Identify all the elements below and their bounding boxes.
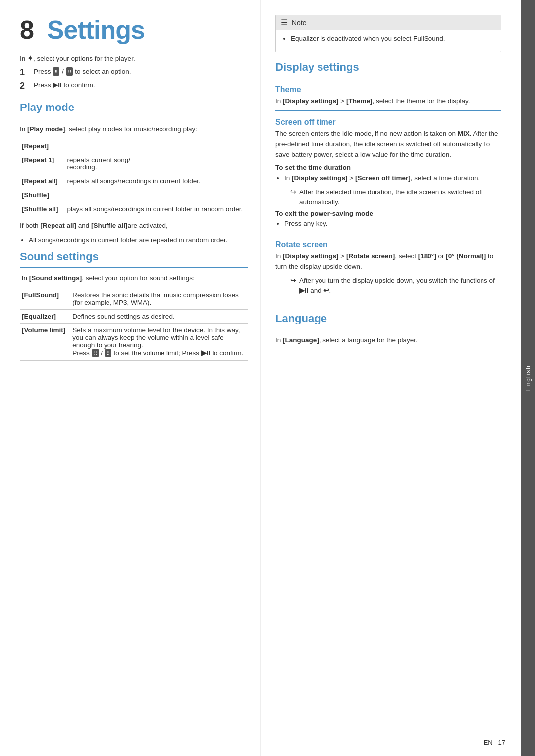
rotate-screen-header: Rotate screen — [275, 240, 501, 249]
shuffle-header: [Shuffle] — [20, 188, 248, 202]
repeat-all-value: repeats all songs/recordings in current … — [65, 174, 248, 188]
volume-limit-value: Sets a maximum volume level for the devi… — [70, 324, 248, 361]
screen-off-timer-text: The screen enters the idle mode, if no n… — [275, 129, 501, 160]
sound-settings-table: [FullSound] Restores the sonic details t… — [20, 288, 248, 361]
step-2-num: 2 — [20, 81, 31, 91]
play-mode-description: In [Play mode], select play modes for mu… — [20, 124, 248, 135]
theme-subsection: Theme In [Display settings] > [Theme], s… — [275, 85, 501, 107]
screen-off-timer-header: Screen off timer — [275, 118, 501, 127]
side-tab-label: English — [525, 365, 532, 391]
to-exit-label: To exit the power-saving mode — [275, 210, 501, 217]
theme-header: Theme — [275, 85, 501, 94]
table-row: [Volume limit] Sets a maximum volume lev… — [20, 324, 248, 361]
play-mode-header: Play mode — [20, 101, 248, 114]
list-item: After the selected time duration, the id… — [290, 187, 501, 208]
repeat1-key: [Repeat 1] — [20, 153, 65, 174]
list-item: All songs/recordings in current folder a… — [29, 235, 248, 245]
left-column: 8 Settings In ✦, select your options for… — [0, 0, 261, 756]
note-icon: ☰ — [281, 18, 288, 27]
display-settings-header: Display settings — [275, 61, 501, 74]
page-number-label: EN 17 — [484, 739, 505, 746]
rotate-screen-divider — [275, 233, 501, 233]
table-row: [Repeat 1] repeats current song/recordin… — [20, 153, 248, 174]
list-item: Equalizer is deactivated when you select… — [291, 34, 495, 44]
rotate-screen-text: In [Display settings] > [Rotate screen],… — [275, 251, 501, 272]
language-text: In [Language], select a language for the… — [275, 335, 501, 346]
page-title-text: Settings — [47, 15, 145, 44]
repeat1-value: repeats current song/recording. — [65, 153, 248, 174]
theme-text: In [Display settings] > [Theme], select … — [275, 96, 501, 107]
repeat-header: [Repeat] — [20, 139, 248, 153]
intro-text: In ✦, select your options for the player… — [20, 54, 248, 62]
table-row: [Equalizer] Defines sound settings as de… — [20, 310, 248, 324]
steps: 1 Press / to select an option. 2 Press ▶… — [20, 67, 248, 91]
sound-settings-divider — [20, 267, 248, 268]
equalizer-value: Defines sound settings as desired. — [70, 310, 248, 324]
shuffle-all-key: [Shuffle all] — [20, 202, 65, 216]
volume-limit-key: [Volume limit] — [20, 324, 70, 361]
fullsound-value: Restores the sonic details that music co… — [70, 288, 248, 310]
page-title: 8 Settings — [20, 15, 248, 45]
to-exit-bullets: Press any key. — [284, 219, 501, 229]
to-set-sub-bullets: After the selected time duration, the id… — [290, 187, 501, 208]
display-settings-section: Display settings Theme In [Display setti… — [275, 61, 501, 346]
sound-settings-description: In [Sound settings], select your option … — [20, 273, 248, 284]
play-mode-note: If both [Repeat all] and [Shuffle all]ar… — [20, 221, 248, 231]
note-header: ☰ Note — [276, 15, 501, 30]
table-row: [Shuffle] — [20, 188, 248, 202]
language-divider — [275, 306, 501, 306]
play-mode-section: Play mode In [Play mode], select play mo… — [20, 101, 248, 245]
step-1-text: Press / to select an option. — [34, 67, 131, 76]
to-set-label: To set the time duration — [275, 164, 501, 171]
page-num-value: 17 — [498, 739, 505, 746]
list-item: Press any key. — [284, 219, 501, 229]
step-2-text: Press ▶II to confirm. — [34, 81, 95, 89]
note-bullets: Equalizer is deactivated when you select… — [291, 34, 495, 44]
side-tab: English — [521, 0, 535, 756]
note-box: ☰ Note Equalizer is deactivated when you… — [275, 15, 501, 52]
step-2-row: 2 Press ▶II to confirm. — [20, 81, 248, 91]
right-column: ☰ Note Equalizer is deactivated when you… — [261, 0, 521, 756]
table-row: [Repeat] — [20, 139, 248, 153]
en-label: EN — [484, 739, 493, 746]
shuffle-all-value: plays all songs/recordings in current fo… — [65, 202, 248, 216]
step-1-num: 1 — [20, 67, 31, 78]
rotate-screen-sub: After you turn the display upside down, … — [290, 276, 501, 296]
note-content: Equalizer is deactivated when you select… — [276, 30, 501, 52]
rotate-screen-subsection: Rotate screen In [Display settings] > [R… — [275, 240, 501, 296]
play-mode-bullets: All songs/recordings in current folder a… — [29, 235, 248, 245]
table-row: [Shuffle all] plays all songs/recordings… — [20, 202, 248, 216]
language-section: Language In [Language], select a languag… — [275, 312, 501, 346]
screen-off-timer-subsection: Screen off timer The screen enters the i… — [275, 118, 501, 229]
display-settings-divider — [275, 78, 501, 78]
equalizer-key: [Equalizer] — [20, 310, 70, 324]
play-mode-table: [Repeat] [Repeat 1] repeats current song… — [20, 139, 248, 216]
language-header: Language — [275, 312, 501, 325]
play-mode-divider — [20, 118, 248, 118]
step-1-row: 1 Press / to select an option. — [20, 67, 248, 78]
table-row: [FullSound] Restores the sonic details t… — [20, 288, 248, 310]
to-set-bullets: In [Display settings] > [Screen off time… — [284, 173, 501, 183]
table-row: [Repeat all] repeats all songs/recording… — [20, 174, 248, 188]
fullsound-key: [FullSound] — [20, 288, 70, 310]
sound-settings-section: Sound settings In [Sound settings], sele… — [20, 250, 248, 361]
note-header-label: Note — [292, 19, 307, 27]
language-section-divider — [275, 329, 501, 329]
list-item: In [Display settings] > [Screen off time… — [284, 173, 501, 183]
page-number: 8 — [20, 15, 34, 44]
sound-settings-header: Sound settings — [20, 250, 248, 263]
screen-off-divider — [275, 110, 501, 111]
list-item: After you turn the display upside down, … — [290, 276, 501, 296]
repeat-all-key: [Repeat all] — [20, 174, 65, 188]
